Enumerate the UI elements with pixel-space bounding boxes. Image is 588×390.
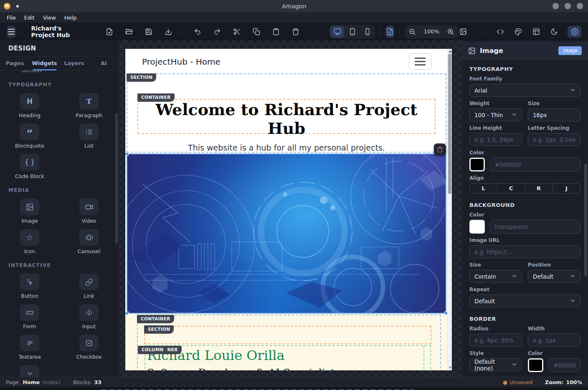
window-minimize-button[interactable] <box>553 3 559 9</box>
menu-view[interactable]: View <box>39 13 60 22</box>
layout-grid-icon[interactable] <box>532 27 541 36</box>
undo-icon[interactable] <box>193 27 202 36</box>
tablet-preview-button[interactable] <box>345 26 359 38</box>
widget-button[interactable]: Button <box>0 274 59 300</box>
widget-icon[interactable]: ☆ Icon <box>0 229 59 255</box>
page-preview[interactable]: ProjectHub - Home SECTION CONTAINER Welc… <box>125 49 452 370</box>
widget-blockquote[interactable]: ” Blockquote <box>0 123 59 150</box>
copy-icon[interactable] <box>252 27 261 36</box>
border-radius-input[interactable] <box>474 337 517 344</box>
size-input[interactable] <box>533 112 575 118</box>
menubar: File Edit View Help <box>0 12 588 23</box>
image-tool-icon[interactable] <box>459 27 468 36</box>
selection-handle[interactable] <box>125 152 129 156</box>
open-folder-icon[interactable] <box>124 27 134 36</box>
dark-mode-moon-icon[interactable] <box>550 27 559 36</box>
image-url-input[interactable] <box>474 249 575 255</box>
widget-paragraph[interactable]: T Paragraph <box>59 93 119 119</box>
zoom-status-value: 100% <box>566 379 582 385</box>
section-badge: SECTION <box>127 73 156 82</box>
bg-repeat-select[interactable]: Default <box>469 294 580 307</box>
text-color-swatch[interactable] <box>469 158 485 171</box>
about-section-block[interactable]: SECTION <box>144 326 431 344</box>
align-center-button[interactable]: C <box>497 184 525 193</box>
align-right-button[interactable]: R <box>525 184 553 193</box>
window-close-button[interactable] <box>577 3 583 9</box>
settings-gear-icon[interactable] <box>568 26 581 38</box>
code-view-icon[interactable] <box>496 27 505 36</box>
about-column-block[interactable]: CONTAINER COLUMN Richard Louie Orilla So… <box>144 345 431 370</box>
redo-icon[interactable] <box>213 27 222 36</box>
column-badge: COLUMN <box>138 346 167 354</box>
delete-icon[interactable] <box>291 27 300 36</box>
scroll-down-arrow[interactable] <box>449 367 452 369</box>
border-color-input[interactable] <box>553 362 575 369</box>
menu-help[interactable]: Help <box>60 13 81 22</box>
widget-textarea[interactable]: Textarea <box>0 335 59 361</box>
container-badge: CONTAINER <box>137 93 175 102</box>
new-file-icon[interactable] <box>105 27 114 36</box>
widget-video[interactable]: Video <box>59 199 119 225</box>
widget-heading[interactable]: H Heading <box>0 93 59 119</box>
phone-preview-button[interactable] <box>360 26 374 38</box>
bg-size-select[interactable]: Contain <box>469 270 522 283</box>
group-media: MEDIA <box>0 187 119 193</box>
page-scrollbar-thumb[interactable] <box>448 54 451 194</box>
bg-color-swatch[interactable] <box>469 220 485 234</box>
hero-section-block[interactable]: SECTION CONTAINER Welcome to Richard's P… <box>127 73 446 153</box>
widget-carousel[interactable]: Carousel <box>59 229 119 255</box>
widget-link[interactable]: Link <box>59 274 119 300</box>
about-section-area[interactable]: CONTAINER SECTION CONTAINER COLUMN Richa… <box>125 314 452 370</box>
align-left-button[interactable]: L <box>470 184 497 193</box>
about-subtitle-partial[interactable]: Software Developer & AI Specialist <box>147 367 335 370</box>
save-icon[interactable] <box>144 27 153 36</box>
align-justify-button[interactable]: J <box>553 184 580 193</box>
scroll-up-arrow[interactable] <box>449 50 452 53</box>
paste-icon[interactable] <box>271 27 281 36</box>
widget-section-partial[interactable]: Section <box>0 70 63 75</box>
widget-input[interactable]: Input <box>59 304 119 330</box>
letter-spacing-input[interactable] <box>533 136 575 143</box>
page-preview-button[interactable] <box>385 26 394 38</box>
menu-file[interactable]: File <box>3 13 20 22</box>
sidebar-toggle-button[interactable] <box>7 25 16 38</box>
tab-ai[interactable]: AI <box>89 57 119 70</box>
download-icon[interactable] <box>164 27 173 36</box>
widget-list[interactable]: List <box>59 123 119 150</box>
border-width-input[interactable] <box>533 337 575 344</box>
widget-code-block[interactable]: { } Code Block <box>0 154 59 180</box>
selection-handle[interactable] <box>444 312 448 315</box>
site-menu-button[interactable] <box>409 53 431 70</box>
zoom-in-icon[interactable] <box>444 26 458 38</box>
bg-position-select[interactable]: Default <box>528 270 580 283</box>
tab-layers[interactable]: Layers <box>59 57 89 70</box>
text-color-input[interactable] <box>495 161 575 168</box>
properties-scrollbar[interactable] <box>584 164 587 277</box>
window-maximize-button[interactable] <box>565 3 571 9</box>
font-family-select[interactable]: Arial <box>469 84 580 97</box>
widget-checkbox[interactable]: Checkbox <box>59 335 119 361</box>
border-style-select[interactable]: Default (none) <box>469 358 522 371</box>
hero-heading[interactable]: Welcome to Richard's Project Hub <box>138 100 435 138</box>
sidebar-scrollbar[interactable] <box>115 113 118 244</box>
tab-widgets[interactable]: Widgets <box>30 57 59 70</box>
palette-icon[interactable] <box>514 27 523 36</box>
zoom-out-icon[interactable] <box>406 26 419 38</box>
cut-icon[interactable] <box>232 27 241 36</box>
border-color-swatch[interactable] <box>528 358 543 372</box>
weight-select[interactable]: 100 - Thin <box>469 108 522 121</box>
selection-handle[interactable] <box>125 312 129 315</box>
hero-subtitle[interactable]: This website is a hub for all my persona… <box>138 143 435 152</box>
selected-image-block[interactable] <box>127 153 446 314</box>
widget-select-partial[interactable] <box>0 365 59 377</box>
page-scrollbar[interactable] <box>447 49 452 370</box>
delete-block-button[interactable] <box>434 143 446 156</box>
menu-edit[interactable]: Edit <box>20 13 39 22</box>
desktop-preview-button[interactable] <box>330 26 344 38</box>
widget-form[interactable]: Form <box>0 304 59 330</box>
bg-color-input[interactable] <box>495 224 575 230</box>
line-height-input[interactable] <box>474 136 517 143</box>
tab-pages[interactable]: Pages <box>0 57 30 70</box>
widget-image[interactable]: Image <box>0 199 59 225</box>
hero-container-block[interactable]: CONTAINER Welcome to Richard's Project H… <box>137 99 436 134</box>
